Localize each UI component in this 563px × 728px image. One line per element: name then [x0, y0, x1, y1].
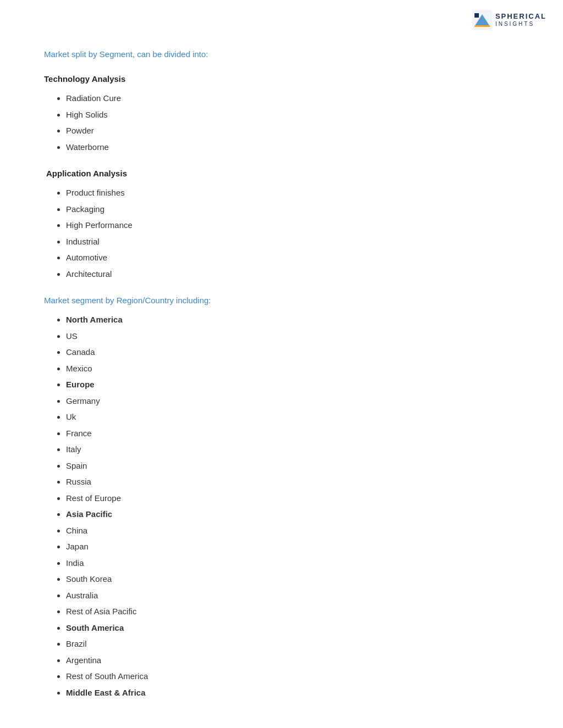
list-item: North America [66, 314, 519, 326]
list-item: Argentina [66, 654, 519, 667]
list-item: Italy [66, 443, 519, 456]
region-section: North America US Canada Mexico Europe Ge… [44, 314, 519, 699]
logo: SPHERICAL INSIGHTS [472, 10, 547, 30]
technology-section: Technology Analysis Radiation Cure High … [44, 74, 519, 153]
list-item: Canada [66, 346, 519, 359]
region-list: North America US Canada Mexico Europe Ge… [44, 314, 519, 699]
list-item: US [66, 330, 519, 343]
list-item: France [66, 427, 519, 440]
list-item: Australia [66, 590, 519, 602]
list-item: Mexico [66, 363, 519, 375]
list-item: Waterborne [66, 141, 519, 154]
logo-text: SPHERICAL INSIGHTS [495, 13, 547, 26]
intro-heading: Market split by Segment, can be divided … [44, 49, 519, 59]
list-item: High Solids [66, 109, 519, 121]
list-item: Architectural [66, 268, 519, 281]
list-item: Spain [66, 460, 519, 473]
list-item: India [66, 557, 519, 570]
application-list: Product finishes Packaging High Performa… [44, 187, 519, 280]
svg-rect-2 [474, 25, 490, 27]
technology-title: Technology Analysis [44, 74, 519, 84]
list-item: High Performance [66, 219, 519, 232]
list-item: South America [66, 622, 519, 635]
list-item: Rest of South America [66, 670, 519, 683]
svg-rect-3 [474, 13, 479, 18]
list-item: Packaging [66, 203, 519, 216]
list-item: Brazil [66, 638, 519, 651]
list-item: Industrial [66, 236, 519, 248]
application-section: Application Analysis Product finishes Pa… [44, 169, 519, 280]
list-item: Asia Pacific [66, 508, 519, 521]
logo-spherical-text: SPHERICAL [495, 13, 547, 20]
list-item: Uk [66, 411, 519, 424]
list-item: Automotive [66, 252, 519, 264]
application-title: Application Analysis [46, 169, 519, 178]
list-item: Product finishes [66, 187, 519, 199]
list-item: China [66, 525, 519, 537]
list-item: Powder [66, 125, 519, 137]
list-item: Europe [66, 379, 519, 391]
technology-list: Radiation Cure High Solids Powder Waterb… [44, 92, 519, 153]
list-item: Radiation Cure [66, 92, 519, 105]
main-content: Market split by Segment, can be divided … [44, 49, 519, 699]
region-heading: Market segment by Region/Country includi… [44, 296, 519, 305]
list-item: Russia [66, 476, 519, 488]
logo-icon [472, 10, 492, 30]
list-item: Rest of Europe [66, 492, 519, 505]
logo-insights-text: INSIGHTS [495, 21, 547, 27]
list-item: Japan [66, 541, 519, 553]
list-item: South Korea [66, 573, 519, 586]
list-item: Germany [66, 395, 519, 408]
list-item: Middle East & Africa [66, 687, 519, 699]
list-item: Rest of Asia Pacific [66, 605, 519, 618]
